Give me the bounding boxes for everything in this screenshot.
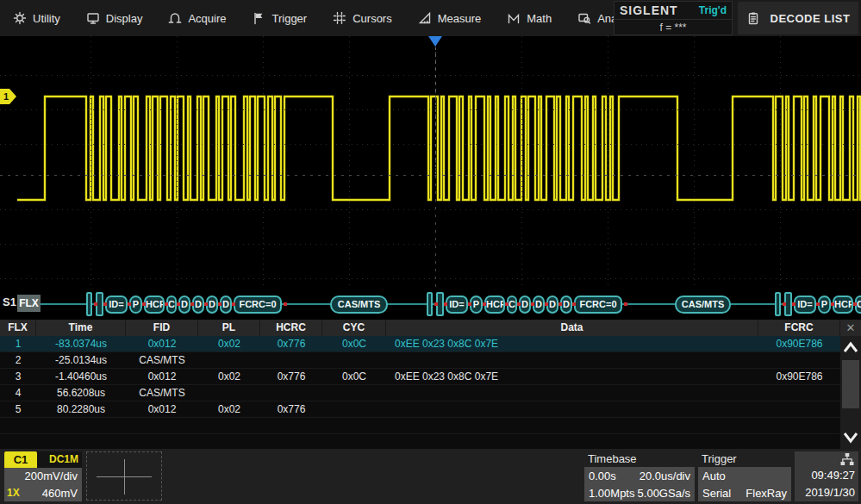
table-cell: [386, 352, 758, 368]
table-cell: [386, 385, 758, 401]
table-cell: [198, 418, 260, 433]
trigger-position-line: [435, 47, 436, 178]
column-header-hcrc: HCRC: [260, 320, 322, 336]
menu-item-utility[interactable]: Utility: [0, 0, 73, 36]
channel1-waveform: [0, 36, 861, 289]
table-row[interactable]: [0, 418, 840, 434]
chevron-up-icon: [842, 340, 859, 354]
clock-date: 2019/1/30: [795, 484, 858, 501]
menu-item-label: Trigger: [271, 12, 307, 25]
table-row[interactable]: 580.2280us0x0120x020x776: [0, 401, 840, 418]
table-row[interactable]: 2-25.0134usCAS/MTS: [0, 352, 840, 369]
menu-item-cursors[interactable]: Cursors: [320, 0, 405, 36]
menu-item-math[interactable]: Math: [494, 0, 565, 36]
column-header-fcrc: FCRC: [758, 320, 840, 336]
table-scrollbar[interactable]: [840, 336, 861, 449]
table-cell: [322, 352, 386, 368]
trigger-panel[interactable]: Trigger Auto Serial FlexRay: [698, 451, 791, 501]
channel1-coupling: DC1M: [37, 451, 82, 468]
table-cell: 0x0C: [322, 369, 386, 384]
menu-item-acquire[interactable]: Acquire: [155, 0, 239, 36]
table-cell: [0, 434, 36, 450]
decode-error-dot: [517, 302, 521, 306]
decode-error-dot: [232, 302, 235, 306]
table-cell: [126, 418, 198, 433]
decode-error-dot: [558, 302, 562, 306]
decode-bubble-d: D: [206, 296, 218, 314]
table-cell: 0x012: [126, 401, 198, 417]
table-cell: [0, 418, 36, 433]
decode-error-dot: [103, 302, 107, 306]
table-cell: 0x012: [126, 369, 198, 384]
table-cell: [198, 385, 260, 401]
table-cell: [386, 401, 758, 417]
table-cell: [758, 385, 840, 401]
decode-bus-label[interactable]: FLX: [17, 295, 41, 312]
table-cell: 0x776: [260, 401, 322, 417]
table-cell: 56.6208us: [36, 385, 126, 401]
decode-bubble-p: P: [470, 296, 483, 314]
decode-list-button[interactable]: DECODE LIST: [738, 2, 858, 34]
display-icon: [86, 11, 100, 25]
column-header-cyc: CYC: [322, 320, 386, 336]
decode-frame-start-bit: [86, 292, 92, 316]
decode-bubble-d: D: [192, 296, 204, 314]
table-row[interactable]: 3-1.40460us0x0120x020x7760x0C0xEE 0x23 0…: [0, 369, 840, 385]
brand-block: SIGLENT Trig'd f = ***: [614, 1, 733, 35]
table-cell: 0x02: [198, 369, 260, 384]
table-cell: [322, 401, 386, 417]
decode-error-dot: [468, 302, 471, 306]
decode-frame-start-bit: [427, 292, 433, 316]
probe-icon: [168, 11, 182, 25]
clipboard-icon: [746, 11, 760, 25]
column-header-flx: FLX: [0, 320, 36, 336]
table-cell: [36, 418, 126, 433]
decode-error-dot: [545, 302, 548, 306]
chevron-down-icon: [842, 431, 859, 445]
menu-item-label: Display: [106, 12, 143, 25]
channel1-badge[interactable]: C1: [4, 451, 37, 468]
channel1-panel[interactable]: C1 DC1M 200mV/div 1X 460mV: [4, 451, 82, 501]
decode-error-dot: [444, 302, 447, 306]
analysis-icon: [577, 11, 591, 25]
math-channel-placeholder[interactable]: [86, 451, 162, 501]
decode-error-dot: [218, 302, 221, 306]
scrollbar-thumb[interactable]: [842, 360, 859, 408]
menu-item-measure[interactable]: Measure: [405, 0, 495, 36]
frequency-readout: f = ***: [615, 20, 732, 35]
table-cell: 0x90E786: [758, 336, 840, 352]
table-row[interactable]: 1-83.0374us0x0120x020x7760x0C0xEE 0x23 0…: [0, 336, 840, 352]
decode-bubble-d: D: [560, 296, 572, 314]
table-cell: 0x012: [126, 336, 198, 352]
table-row[interactable]: 456.6208usCAS/MTS: [0, 385, 840, 401]
table-cell: 3: [0, 369, 36, 384]
menu-item-trigger[interactable]: Trigger: [239, 0, 320, 36]
table-cell: 0x776: [260, 336, 322, 352]
trigger-status-badge: Trig'd: [699, 4, 727, 16]
timebase-scale: 20.0us/div: [640, 470, 690, 482]
decode-bubble-p: P: [818, 296, 831, 314]
table-cell: [758, 434, 840, 450]
close-icon[interactable]: ✕: [839, 320, 861, 336]
decode-bubble-id-: ID=: [105, 296, 128, 314]
table-cell: 0x02: [198, 336, 260, 352]
decode-error-dot: [177, 302, 180, 306]
channel1-scale: 200mV/div: [4, 468, 82, 484]
decode-error-dot: [483, 302, 486, 306]
scroll-up-button[interactable]: [840, 336, 861, 358]
decode-bubble-hcf: HCF: [833, 296, 853, 314]
table-cell: [260, 385, 322, 401]
decode-bubble-id-: ID=: [794, 296, 816, 314]
flag-icon: [252, 11, 265, 25]
decode-bubble-p: P: [129, 296, 142, 314]
scroll-down-button[interactable]: [840, 426, 861, 449]
decode-bubble-cas-mts: CAS/MTS: [675, 296, 731, 314]
menu-item-display[interactable]: Display: [73, 0, 156, 36]
datetime-panel: 09:49:27 2019/1/30: [795, 451, 858, 501]
timebase-rate: 5.00GSa/s: [638, 487, 690, 500]
decode-error-dot: [572, 302, 576, 306]
column-header-pl: PL: [198, 320, 260, 336]
trigger-position-marker[interactable]: [428, 36, 442, 47]
decode-list-table: FLXTimeFIDPLHCRCCYCDataFCRC ✕ 1-83.0374u…: [0, 320, 861, 449]
timebase-panel[interactable]: Timebase 0.00s 20.0us/div 1.00Mpts 5.00G…: [584, 451, 695, 501]
